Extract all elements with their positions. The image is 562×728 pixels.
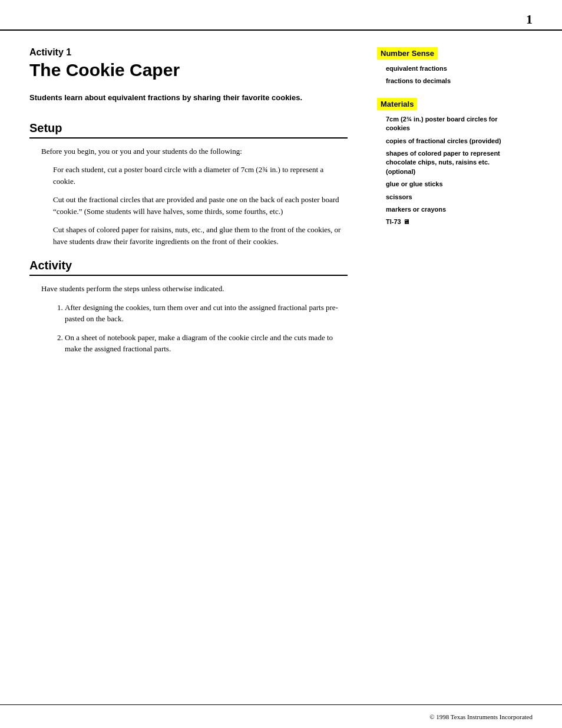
page: 1 Activity 1 The Cookie Caper Students l…: [0, 0, 562, 728]
number-sense-item-2: fractions to decimals: [386, 77, 513, 85]
content-area: Activity 1 The Cookie Caper Students lea…: [0, 35, 562, 699]
main-column: Activity 1 The Cookie Caper Students lea…: [0, 35, 365, 699]
footer: © 1998 Texas Instruments Incorporated: [0, 704, 562, 728]
materials-header: Materials: [377, 98, 417, 110]
number-sense-section: Number Sense equivalent fractions fracti…: [377, 47, 513, 86]
top-border: [0, 29, 562, 31]
material-item-2: copies of fractional circles (provided): [386, 137, 513, 146]
number-sense-item-1: equivalent fractions: [386, 64, 513, 73]
footer-text: © 1998 Texas Instruments Incorporated: [429, 713, 533, 720]
list-item: After designing the cookies, turn them o…: [65, 302, 348, 325]
setup-intro: Before you begin, you or you and your st…: [41, 146, 348, 157]
materials-section: Materials 7cm (2¾ in.) poster board circ…: [377, 98, 513, 227]
setup-para-3: Cut shapes of colored paper for raisins,…: [53, 224, 348, 247]
activity-intro: Have students perform the steps unless o…: [41, 283, 348, 295]
activity-label: Activity 1: [29, 47, 348, 58]
setup-para-2: Cut out the fractional circles that are …: [53, 194, 348, 217]
activity-list: After designing the cookies, turn them o…: [65, 302, 348, 355]
material-item-3: shapes of colored paper to represent cho…: [386, 149, 513, 176]
footer-copyright: © 1998 Texas Instruments Incorporated: [429, 713, 533, 720]
material-item-5: scissors: [386, 193, 513, 202]
material-item-4: glue or glue sticks: [386, 180, 513, 189]
list-item: On a sheet of notebook paper, make a dia…: [65, 332, 348, 355]
activity-description: Students learn about equivalent fraction…: [29, 92, 348, 104]
setup-section: Setup Before you begin, you or you and y…: [29, 121, 348, 248]
material-item-7: TI-73 🖥: [386, 218, 513, 226]
activity-header: Activity: [29, 259, 348, 276]
activity-section: Activity Have students perform the steps…: [29, 259, 348, 355]
setup-para-1: For each student, cut a poster board cir…: [53, 164, 348, 187]
number-sense-header: Number Sense: [377, 47, 438, 60]
setup-header: Setup: [29, 121, 348, 139]
material-item-6: markers or crayons: [386, 205, 513, 214]
sidebar: Number Sense equivalent fractions fracti…: [365, 35, 530, 699]
activity-title: The Cookie Caper: [29, 60, 348, 80]
page-number: 1: [526, 12, 533, 27]
material-item-1: 7cm (2¾ in.) poster board circles for co…: [386, 115, 513, 133]
